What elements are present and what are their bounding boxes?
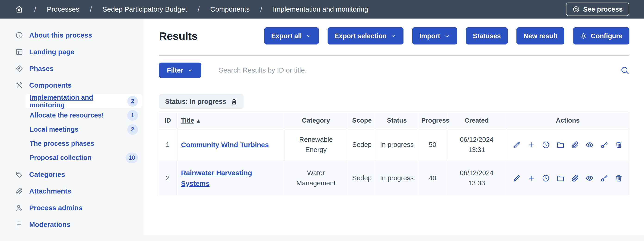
clock-icon xyxy=(542,141,550,149)
permissions-action-button[interactable] xyxy=(600,141,608,149)
delete-action-button[interactable] xyxy=(614,141,623,149)
folder-action-button[interactable] xyxy=(556,174,564,182)
column-header-actions: Actions xyxy=(506,113,630,128)
filter-button[interactable]: Filter xyxy=(159,63,201,78)
home-icon[interactable] xyxy=(15,5,24,14)
sidebar-item-moderations[interactable]: Moderations xyxy=(0,216,144,233)
remove-filter-button[interactable] xyxy=(230,98,238,105)
column-header-title[interactable]: Title▲ xyxy=(176,113,284,128)
see-process-target-icon xyxy=(572,6,580,13)
history-action-button[interactable] xyxy=(542,141,550,149)
new-result-button[interactable]: New result xyxy=(516,27,564,45)
sidebar-subitem-the-process-phases[interactable]: The process phases xyxy=(26,136,142,151)
search-icon xyxy=(620,66,630,75)
history-action-button[interactable] xyxy=(542,174,550,182)
trash-icon xyxy=(614,174,623,182)
active-filter-chip: Status: In progress xyxy=(159,94,244,109)
breadcrumb: / Processes / Sedep Participatory Budget… xyxy=(15,5,368,14)
configure-button[interactable]: Configure xyxy=(573,27,630,45)
sidebar-item-attachments[interactable]: Attachments xyxy=(0,183,144,199)
preview-action-button[interactable] xyxy=(586,174,594,182)
configure-label: Configure xyxy=(591,32,622,40)
info-icon xyxy=(15,31,23,39)
filter-chip-label: Status: In progress xyxy=(165,98,226,105)
import-button[interactable]: Import xyxy=(412,27,457,45)
trash-icon xyxy=(614,141,623,149)
search-input[interactable] xyxy=(201,66,620,74)
cell-id: 1 xyxy=(159,128,176,161)
sidebar-item-label: About this process xyxy=(29,31,92,39)
sort-by-title-link[interactable]: Title xyxy=(181,117,194,124)
breadcrumb-separator: / xyxy=(90,5,92,13)
paperclip-icon xyxy=(571,174,579,182)
page-title: Results xyxy=(159,30,198,42)
cell-category: Water Management xyxy=(284,161,348,195)
sidebar-item-landing-page[interactable]: Landing page xyxy=(0,44,144,60)
cell-id: 2 xyxy=(159,161,176,195)
column-header-id: ID xyxy=(159,113,176,128)
statuses-label: Statuses xyxy=(473,32,501,40)
column-header-scope: Scope xyxy=(348,113,376,128)
edit-action-button[interactable] xyxy=(512,141,521,149)
sidebar-item-label: Process admins xyxy=(29,204,82,212)
attachments-action-button[interactable] xyxy=(571,141,579,149)
preview-action-button[interactable] xyxy=(586,141,594,149)
cell-status: In progress xyxy=(376,161,418,195)
eye-icon xyxy=(586,141,594,149)
folder-icon xyxy=(556,141,564,149)
result-title-link[interactable]: Community Wind Turbines xyxy=(181,141,269,149)
sidebar-item-components[interactable]: Components xyxy=(0,77,144,94)
breadcrumb-separator: / xyxy=(34,5,36,13)
sidebar-item-label: Moderations xyxy=(29,221,70,228)
results-toolbar: Export all Export selection Import Statu… xyxy=(264,27,630,45)
add-action-button[interactable] xyxy=(527,141,536,149)
search-button[interactable] xyxy=(620,66,630,75)
chevron-down-icon xyxy=(306,33,312,39)
sidebar-subitem-implementation-and-monitoring[interactable]: Implementation and monitoring 2 xyxy=(26,94,142,108)
edit-action-button[interactable] xyxy=(512,174,521,182)
results-table: ID Title▲ Category Scope Status Progress… xyxy=(159,113,630,195)
filter-search-bar: Filter xyxy=(159,63,630,78)
user-gear-icon xyxy=(15,204,23,212)
new-result-label: New result xyxy=(524,32,558,40)
export-selection-label: Export selection xyxy=(334,32,387,40)
cell-created: 06/12/2024 13:33 xyxy=(447,161,506,195)
sidebar-item-label: Attachments xyxy=(29,187,71,195)
add-action-button[interactable] xyxy=(527,174,536,182)
tools-icon xyxy=(15,81,23,89)
result-title-link[interactable]: Rainwater Harvesting Systems xyxy=(181,169,252,187)
table-row: 1 Community Wind Turbines Renewable Ener… xyxy=(159,128,630,161)
export-all-button[interactable]: Export all xyxy=(264,27,319,45)
chevron-down-icon xyxy=(187,67,193,74)
folder-action-button[interactable] xyxy=(556,141,564,149)
breadcrumb-process-name[interactable]: Sedep Participatory Budget xyxy=(102,5,187,13)
statuses-button[interactable]: Statuses xyxy=(466,27,508,45)
sidebar-item-about[interactable]: About this process xyxy=(0,27,144,44)
breadcrumb-current-component[interactable]: Implementation and monitoring xyxy=(273,5,368,13)
export-all-label: Export all xyxy=(271,32,302,40)
row-actions xyxy=(510,141,626,149)
plus-icon xyxy=(527,141,536,149)
sidebar-item-process-admins[interactable]: Process admins xyxy=(0,199,144,216)
delete-action-button[interactable] xyxy=(614,174,623,182)
sidebar-item-categories[interactable]: Categories xyxy=(0,166,144,183)
sidebar-item-phases[interactable]: Phases xyxy=(0,60,144,77)
plus-icon xyxy=(527,174,536,182)
export-selection-button[interactable]: Export selection xyxy=(328,27,404,45)
filter-label: Filter xyxy=(167,67,183,74)
see-process-button[interactable]: See process xyxy=(566,3,629,16)
sidebar-subitem-allocate-the-resources[interactable]: Allocate the resources! 1 xyxy=(26,108,142,122)
pencil-icon xyxy=(512,141,521,149)
sidebar-subitem-local-meetings[interactable]: Local meetings 2 xyxy=(26,122,142,136)
key-icon xyxy=(600,174,608,182)
sidebar-subitem-proposal-collection[interactable]: Proposal collection 10 xyxy=(26,151,142,165)
column-header-status: Status xyxy=(376,113,418,128)
sidebar-item-label: Landing page xyxy=(29,48,74,56)
count-badge: 2 xyxy=(127,124,138,135)
permissions-action-button[interactable] xyxy=(600,174,608,182)
breadcrumb-components[interactable]: Components xyxy=(210,5,250,13)
column-header-category: Category xyxy=(284,113,348,128)
breadcrumb-processes[interactable]: Processes xyxy=(47,5,79,13)
attachments-action-button[interactable] xyxy=(571,174,579,182)
subitem-label: Allocate the resources! xyxy=(30,111,104,119)
